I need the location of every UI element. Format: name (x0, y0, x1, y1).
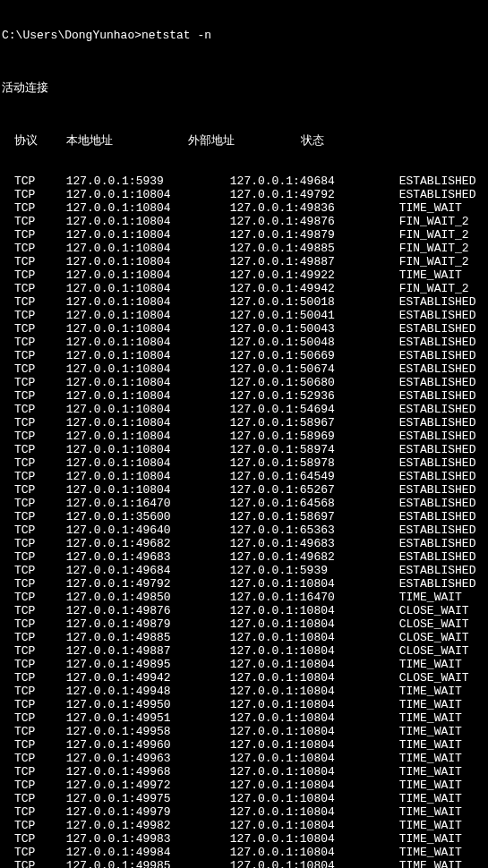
terminal-window[interactable]: C:\Users\DongYunhao>netstat -n 活动连接 协议 本… (0, 0, 488, 868)
cell-foreign: 127.0.0.1:65267 (187, 483, 399, 497)
cell-foreign: 127.0.0.1:58967 (187, 416, 399, 430)
cell-state: FIN_WAIT_2 (399, 242, 488, 255)
cell-foreign: 127.0.0.1:50048 (187, 336, 399, 349)
cell-foreign: 127.0.0.1:50018 (187, 295, 399, 309)
connection-row: TCP127.0.0.1:49876127.0.0.1:10804CLOSE_W… (2, 604, 488, 617)
cell-local: 127.0.0.1:10804 (66, 215, 187, 228)
cell-proto: TCP (2, 389, 66, 403)
cell-foreign: 127.0.0.1:10804 (187, 738, 399, 752)
cell-foreign: 127.0.0.1:10804 (187, 644, 399, 658)
cell-local: 127.0.0.1:10804 (66, 389, 187, 403)
cell-foreign: 127.0.0.1:49879 (187, 228, 399, 242)
cell-state: CLOSE_WAIT (399, 604, 488, 617)
cell-foreign: 127.0.0.1:52936 (187, 389, 399, 403)
cell-state: ESTABLISHED (399, 577, 488, 591)
cell-proto: TCP (2, 336, 66, 349)
cell-proto: TCP (2, 215, 66, 228)
cell-state: TIME_WAIT (399, 658, 488, 671)
cell-local: 127.0.0.1:10804 (66, 443, 187, 456)
command-prompt-line: C:\Users\DongYunhao>netstat -n (2, 29, 488, 42)
cell-state: TIME_WAIT (399, 765, 488, 779)
cell-proto: TCP (2, 564, 66, 577)
cell-proto: TCP (2, 752, 66, 765)
connection-row: TCP127.0.0.1:10804127.0.0.1:58978ESTABLI… (2, 456, 488, 470)
cell-proto: TCP (2, 430, 66, 443)
cell-local: 127.0.0.1:49684 (66, 564, 187, 577)
cell-foreign: 127.0.0.1:10804 (187, 711, 399, 725)
connection-row: TCP127.0.0.1:10804127.0.0.1:49879FIN_WAI… (2, 228, 488, 242)
cell-local: 127.0.0.1:49983 (66, 832, 187, 846)
cell-state: ESTABLISHED (399, 497, 488, 510)
cell-local: 127.0.0.1:10804 (66, 456, 187, 470)
cell-local: 127.0.0.1:10804 (66, 483, 187, 497)
cell-local: 127.0.0.1:10804 (66, 349, 187, 362)
cell-proto: TCP (2, 228, 66, 242)
cell-foreign: 127.0.0.1:10804 (187, 604, 399, 617)
cell-proto: TCP (2, 631, 66, 644)
connection-row: TCP127.0.0.1:10804127.0.0.1:65267ESTABLI… (2, 483, 488, 497)
cell-local: 127.0.0.1:49895 (66, 658, 187, 671)
cell-proto: TCP (2, 483, 66, 497)
connection-row: TCP127.0.0.1:10804127.0.0.1:58969ESTABLI… (2, 430, 488, 443)
cell-state: TIME_WAIT (399, 711, 488, 725)
cell-foreign: 127.0.0.1:49887 (187, 255, 399, 268)
cell-state: CLOSE_WAIT (399, 617, 488, 631)
cell-foreign: 127.0.0.1:58974 (187, 443, 399, 456)
connection-row: TCP127.0.0.1:10804127.0.0.1:49836TIME_WA… (2, 201, 488, 215)
cell-state: TIME_WAIT (399, 201, 488, 215)
cell-proto: TCP (2, 550, 66, 564)
cell-local: 127.0.0.1:10804 (66, 201, 187, 215)
cell-proto: TCP (2, 201, 66, 215)
cell-foreign: 127.0.0.1:5939 (187, 564, 399, 577)
cell-foreign: 127.0.0.1:54694 (187, 403, 399, 416)
cell-state: ESTABLISHED (399, 389, 488, 403)
cell-state: TIME_WAIT (399, 752, 488, 765)
cell-local: 127.0.0.1:10804 (66, 470, 187, 483)
cell-state: TIME_WAIT (399, 685, 488, 698)
cell-proto: TCP (2, 671, 66, 685)
cell-foreign: 127.0.0.1:50669 (187, 349, 399, 362)
cell-foreign: 127.0.0.1:10804 (187, 779, 399, 792)
cell-proto: TCP (2, 685, 66, 698)
cell-foreign: 127.0.0.1:49683 (187, 537, 399, 550)
cell-proto: TCP (2, 591, 66, 604)
connection-row: TCP127.0.0.1:10804127.0.0.1:50018ESTABLI… (2, 295, 488, 309)
cell-proto: TCP (2, 282, 66, 295)
connection-row: TCP127.0.0.1:10804127.0.0.1:49885FIN_WAI… (2, 242, 488, 255)
cell-proto: TCP (2, 846, 66, 859)
cell-state: TIME_WAIT (399, 591, 488, 604)
cell-state: ESTABLISHED (399, 443, 488, 456)
cell-foreign: 127.0.0.1:49836 (187, 201, 399, 215)
cell-proto: TCP (2, 617, 66, 631)
cell-local: 127.0.0.1:10804 (66, 268, 187, 282)
cell-state: ESTABLISHED (399, 174, 488, 188)
connection-row: TCP127.0.0.1:49982127.0.0.1:10804TIME_WA… (2, 819, 488, 832)
cell-state: TIME_WAIT (399, 725, 488, 738)
connection-row: TCP127.0.0.1:49951127.0.0.1:10804TIME_WA… (2, 711, 488, 725)
cell-proto: TCP (2, 792, 66, 805)
cell-local: 127.0.0.1:49963 (66, 752, 187, 765)
connection-row: TCP127.0.0.1:49960127.0.0.1:10804TIME_WA… (2, 738, 488, 752)
cell-state: ESTABLISHED (399, 403, 488, 416)
cell-foreign: 127.0.0.1:10804 (187, 698, 399, 711)
cell-local: 127.0.0.1:10804 (66, 416, 187, 430)
connection-row: TCP127.0.0.1:49887127.0.0.1:10804CLOSE_W… (2, 644, 488, 658)
header-local: 本地地址 (66, 134, 188, 148)
cell-proto: TCP (2, 242, 66, 255)
cell-proto: TCP (2, 805, 66, 819)
cell-proto: TCP (2, 658, 66, 671)
connection-list: TCP127.0.0.1:5939127.0.0.1:49684ESTABLIS… (2, 174, 488, 868)
cell-local: 127.0.0.1:10804 (66, 188, 187, 201)
cell-proto: TCP (2, 523, 66, 537)
cell-foreign: 127.0.0.1:10804 (187, 846, 399, 859)
cell-local: 127.0.0.1:49972 (66, 779, 187, 792)
cell-state: ESTABLISHED (399, 362, 488, 376)
cell-foreign: 127.0.0.1:49942 (187, 282, 399, 295)
connection-row: TCP127.0.0.1:49640127.0.0.1:65363ESTABLI… (2, 523, 488, 537)
cell-local: 127.0.0.1:10804 (66, 282, 187, 295)
cell-proto: TCP (2, 725, 66, 738)
connection-row: TCP127.0.0.1:49963127.0.0.1:10804TIME_WA… (2, 752, 488, 765)
cell-foreign: 127.0.0.1:49876 (187, 215, 399, 228)
connection-row: TCP127.0.0.1:49984127.0.0.1:10804TIME_WA… (2, 846, 488, 859)
cell-state: FIN_WAIT_2 (399, 282, 488, 295)
